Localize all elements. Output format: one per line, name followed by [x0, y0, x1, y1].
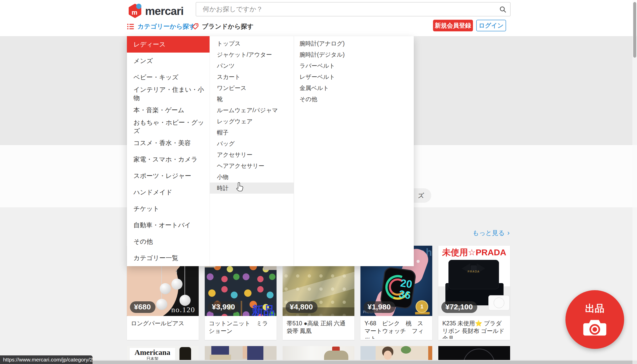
subcategory-menu-item[interactable]: レッグウェア — [210, 116, 294, 127]
subcategory-menu-item[interactable]: バッグ — [210, 138, 294, 149]
scrollbar-thumb[interactable] — [633, 2, 636, 58]
model-arm-shape — [243, 346, 247, 359]
subcategory-menu-item-label: ジャケット/アウター — [217, 51, 272, 59]
subcategory-menu-item[interactable]: 帽子 — [210, 127, 294, 138]
nav-category-label: カテゴリーから探す — [138, 22, 195, 31]
subcategory-menu-item[interactable]: ワンピース — [210, 82, 294, 94]
category-menu-item[interactable]: ハンドメイド — [127, 184, 210, 200]
subcategory-menu-item[interactable]: アクセサリー — [210, 149, 294, 160]
price-badge: ¥4,800 — [286, 301, 317, 313]
price-badge: ¥3,990 — [208, 301, 240, 313]
category-menu-item-label: その他 — [133, 237, 153, 246]
product-image: 未使用☆PRADA PRADA ¥72,100 — [438, 246, 510, 316]
category-menu-item-label: 家電・スマホ・カメラ — [133, 155, 198, 164]
price-badge: ¥72,100 — [441, 301, 477, 313]
price-badge: ¥680 — [130, 301, 155, 313]
category-menu-item[interactable]: カテゴリー一覧 — [127, 250, 210, 266]
status-url-tooltip: https://www.mercari.com/jp/category/24/ — [0, 355, 93, 364]
category-menu-item[interactable]: ベビー・キッズ — [127, 69, 210, 85]
see-more-label: もっと見る — [472, 229, 505, 236]
category-menu-item[interactable]: 自動車・オートバイ — [127, 217, 210, 233]
wallet-brand-text: PRADA — [448, 270, 499, 273]
subcategory-menu-column: トップス ジャケット/アウター パンツ スカート ワンピース — [210, 36, 294, 266]
site-header: m mercari カテゴリーから探す — [0, 0, 637, 36]
pearl — [171, 279, 183, 290]
category-menu-item-label: ハンドメイド — [133, 188, 172, 196]
chevron-right-icon: › — [507, 229, 510, 237]
leaf-category-menu-item[interactable]: 腕時計(アナログ) — [294, 38, 414, 49]
category-menu-item[interactable]: スポーツ・レジャー — [127, 168, 210, 184]
watch-buckle — [417, 260, 420, 263]
camera-icon — [582, 317, 608, 337]
category-list-icon — [127, 23, 134, 30]
category-menu-item[interactable]: おもちゃ・ホビー・グッズ — [127, 118, 210, 135]
leaf-category-menu-item[interactable]: 金属ベルト — [294, 82, 414, 94]
leaf-category-menu-item-label: その他 — [300, 95, 317, 103]
search-icon[interactable] — [499, 6, 507, 13]
category-dropdown-menu: レディース メンズ ベビー・キッズ インテリア・住まい・小物 本・音楽・ゲーム — [127, 36, 414, 266]
category-menu-item[interactable]: 家電・スマホ・カメラ — [127, 151, 210, 168]
category-menu-item[interactable]: コスメ・香水・美容 — [127, 135, 210, 151]
subcategory-menu-item-label: 小物 — [217, 173, 229, 181]
subcategory-menu-item[interactable]: スカート — [210, 71, 294, 82]
search-input[interactable] — [196, 3, 510, 16]
category-menu-item-label: カテゴリー一覧 — [133, 254, 178, 262]
subcategory-menu-item[interactable]: ジャケット/アウター — [210, 49, 294, 60]
category-menu-item-label: スポーツ・レジャー — [133, 172, 191, 180]
subcategory-menu-item-label: スカート — [217, 73, 241, 81]
category-menu-item-label: インテリア・住まい・小物 — [133, 85, 210, 102]
leaf-category-menu-item[interactable]: ラバーベルト — [294, 60, 414, 71]
leaf-category-menu-item-label: ラバーベルト — [300, 62, 335, 70]
category-menu-item-label: チケット — [133, 204, 159, 213]
pearl — [156, 299, 167, 310]
subcategory-menu-item[interactable]: 靴 — [210, 94, 294, 105]
sell-button-label: 出品 — [585, 302, 604, 315]
nav-brand-search[interactable]: ブランドから探す — [191, 22, 254, 31]
subcategory-menu-item[interactable]: トップス — [210, 38, 294, 49]
category-menu-item-label: レディース — [133, 40, 166, 49]
bottom-scrollbar[interactable] — [0, 360, 637, 364]
product-card[interactable]: 未使用☆PRADA PRADA ¥72,100 K235 未使用⭐ プラダ リボ… — [438, 246, 510, 340]
subcategory-menu-item-label: トップス — [217, 40, 241, 48]
category-menu-item[interactable]: レディース — [127, 36, 210, 53]
pearl — [179, 295, 191, 306]
category-menu-item[interactable]: チケット — [127, 200, 210, 217]
filter-chip-label: ズ — [418, 191, 424, 200]
subcategory-menu-item[interactable]: パンツ — [210, 60, 294, 71]
category-menu-item[interactable]: インテリア・住まい・小物 — [127, 85, 210, 102]
subcategory-menu-item[interactable]: ルームウェア/パジャマ — [210, 105, 294, 116]
scrollbar-track[interactable] — [632, 0, 637, 364]
image-overlay-text: 未使用☆PRADA — [438, 247, 510, 258]
subcategory-menu-item-label: アクセサリー — [217, 151, 253, 159]
clothing-shape — [211, 346, 229, 355]
model-face-shape — [384, 351, 392, 360]
login-button[interactable]: ログイン — [476, 20, 506, 31]
nav-brand-label: ブランドから探す — [202, 22, 254, 31]
wallet-shape: PRADA — [448, 260, 499, 289]
nav-category-search[interactable]: カテゴリーから探す — [127, 22, 195, 31]
category-menu-item[interactable]: その他 — [127, 233, 210, 250]
image-overlay-text: 新品 — [252, 303, 275, 316]
signup-button[interactable]: 新規会員登録 — [433, 20, 473, 31]
subcategory-menu-item-label: 帽子 — [217, 129, 229, 136]
subcategory-menu-item[interactable]: 時計 — [210, 183, 294, 194]
brand-tag-icon — [191, 23, 199, 30]
sell-button[interactable]: 出品 — [565, 290, 624, 349]
leaf-category-menu-item[interactable]: レザーベルト — [294, 71, 414, 82]
subcategory-menu-item-label: パンツ — [217, 62, 235, 70]
page: m mercari カテゴリーから探す — [0, 0, 637, 364]
category-menu-item[interactable]: 本・音楽・ゲーム — [127, 102, 210, 118]
mercari-logo-text: mercari — [145, 5, 184, 17]
mercari-logo[interactable]: m mercari — [127, 3, 184, 19]
leaf-category-menu-item[interactable]: 腕時計(デジタル) — [294, 49, 414, 60]
subcategory-menu-item[interactable]: 小物 — [210, 171, 294, 183]
leaf-category-menu-item-label: 腕時計(デジタル) — [300, 51, 345, 59]
subcategory-menu-item-label: ヘアアクセサリー — [217, 162, 264, 170]
category-menu-item[interactable]: メンズ — [127, 53, 210, 69]
pearl — [160, 283, 171, 294]
search-box[interactable] — [196, 2, 511, 16]
product-title: K235 未使用⭐ プラダ リボン 長財布 ゴールド金具 — [438, 316, 510, 339]
subcategory-menu-item[interactable]: ヘアアクセサリー — [210, 160, 294, 171]
leaf-category-menu-item[interactable]: その他 — [294, 94, 414, 105]
see-more-link[interactable]: もっと見る› — [452, 229, 510, 237]
